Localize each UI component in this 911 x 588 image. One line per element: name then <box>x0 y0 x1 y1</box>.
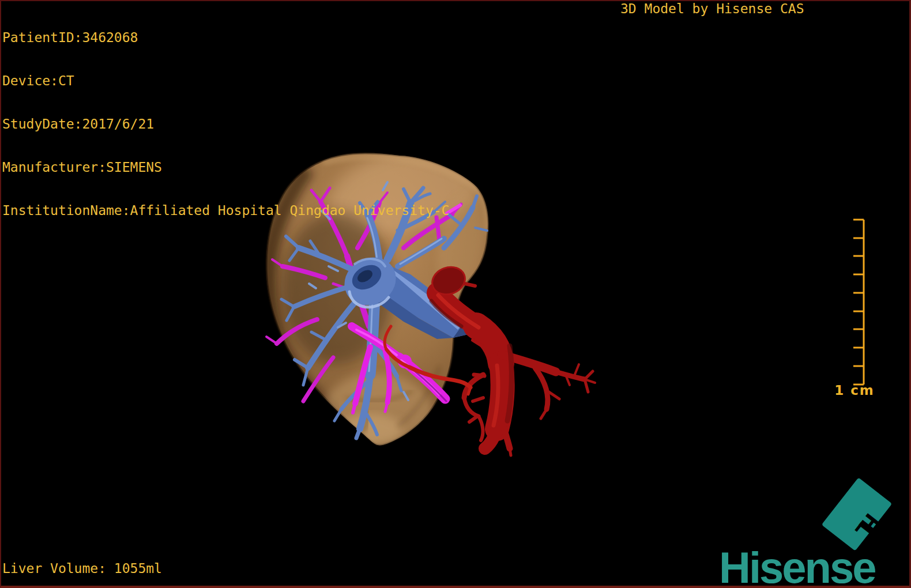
liver-volume-readout: Liver Volume: 1055ml <box>2 561 162 576</box>
hisense-monogram-logo: H L <box>815 475 911 551</box>
manufacturer-text: Manufacturer:SIEMENS <box>2 160 449 175</box>
patient-info-block: PatientID:3462068 Device:CT StudyDate:20… <box>2 2 449 232</box>
hisense-wordmark: Hisense <box>719 542 911 588</box>
patient-id-text: PatientID:3462068 <box>2 31 449 45</box>
device-text: Device:CT <box>2 74 449 88</box>
scale-bar <box>853 220 864 385</box>
scale-bar-label: 1 cm <box>831 383 878 398</box>
institution-text: InstitutionName:Affiliated Hospital Qing… <box>2 203 449 218</box>
study-date-text: StudyDate:2017/6/21 <box>2 117 449 131</box>
watermark-title: 3D Model by Hisense CAS <box>620 2 804 16</box>
